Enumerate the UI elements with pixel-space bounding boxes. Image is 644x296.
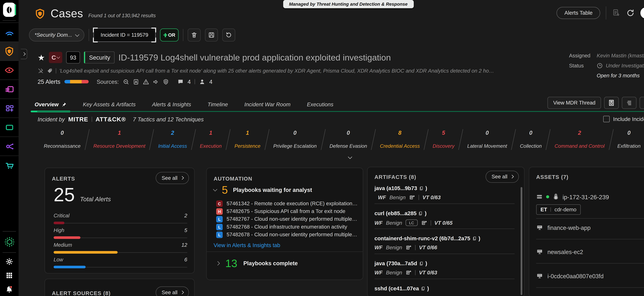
severity-badge[interactable]: C [49,52,62,63]
notifications-button[interactable] [0,282,18,296]
tactic-privilege-escalation[interactable]: 0Privilege Escalation [267,129,323,150]
mitre-summary-row: Incident by MITRE ATT&CK® 7 Tactics and … [38,115,204,124]
tab-war-room[interactable]: Incident War Room [236,98,299,111]
artifact-item[interactable]: curl (eb85...a285) WFBenignLCVT 0/65 [374,210,514,226]
reset-filter-button[interactable] [222,28,236,41]
artifact-item[interactable]: containerd-shim-runc-v2 (6b7d...2a75) WF… [374,236,514,251]
warning-source-icon[interactable] [142,78,149,85]
playbooks-waiting-row[interactable]: 5 Playbooks waiting for analyst [214,184,312,195]
people-count: 4 [209,78,212,85]
sidebar-item-cases[interactable] [0,41,18,60]
alerts-see-all-button[interactable]: See all [156,172,189,184]
list-item[interactable]: L57482767 - Cloud non-user identity perf… [216,215,358,223]
agent-source-icon[interactable] [153,78,159,85]
tab-overview[interactable]: Overview [26,98,75,111]
delete-filter-button[interactable] [188,28,201,41]
divider [88,29,89,41]
tactic-lateral-movement[interactable]: 0Lateral Movement [461,129,513,150]
lc-chip: LC [406,219,418,226]
tactic-initial-access[interactable]: 2Initial Access [152,129,193,150]
playbooks-complete-row[interactable]: 13 Playbooks complete [216,258,298,269]
incident-id-filter-chip[interactable]: Incident ID = 119579 [93,28,156,42]
comment-panel-button[interactable] [640,97,644,109]
tactic-reconnaissance[interactable]: 0Reconnaissance [38,129,87,150]
tag-icon[interactable] [47,68,53,74]
asset-item[interactable]: finance-web-app [536,224,590,231]
list-item[interactable]: C57461342 - Remote code execution (RCE) … [216,200,358,207]
tactic-command-and-control[interactable]: 2Command and Control [548,129,611,150]
alert-sources-see-all-button[interactable]: See all [156,287,189,296]
alerts-table-button[interactable]: Alerts Table [557,7,600,19]
tactic-collection[interactable]: 0Collection [514,129,548,150]
copy-doc-icon[interactable] [418,211,423,216]
view-alerts-insights-link[interactable]: View in Alerts & Insights tab [214,242,280,248]
artifacts-scrollbar[interactable] [520,187,522,295]
tab-key-assets[interactable]: Key Assets & Artifacts [74,98,144,111]
page-header: Cases Found 1 out of 130,942 results [35,7,156,20]
tactic-exfiltration[interactable]: 0Exfiltration [611,129,644,150]
save-filter-button[interactable] [205,28,218,41]
asset-tag-chip[interactable]: ETcdr-demo [536,204,581,215]
include-insights-checkbox[interactable] [603,116,610,122]
tactic-credential-access[interactable]: 8Credential Access [374,129,426,150]
tactic-execution[interactable]: 1Execution [194,129,228,150]
report-share-icon[interactable] [421,220,427,226]
sidebar-item-threat-intel[interactable] [0,60,18,79]
bioc-source-icon[interactable] [133,78,139,85]
shield-source-icon[interactable] [162,78,169,85]
copy-doc-icon[interactable] [419,186,424,191]
add-or-filter-button[interactable]: OR [160,28,179,41]
artifact-item[interactable]: java (a105...9b73) ​WFBenignVT 0/63 [374,185,514,200]
report-share-icon[interactable] [406,245,412,251]
copy-doc-icon[interactable] [421,286,426,291]
artifact-item[interactable]: sshd (ce41...07ea) [374,286,514,292]
tab-timeline[interactable]: Timeline [199,98,236,111]
comment-icon [643,99,644,106]
tactic-persistence[interactable]: 1Persistence [228,129,266,150]
cortex-logo[interactable] [3,2,16,17]
asset-item[interactable]: newsales-ec2 [536,248,583,255]
star-icon[interactable]: ★ [38,53,45,62]
layout-panel-button[interactable] [604,97,619,109]
asset-item-primary[interactable]: ip-172-31-26-239 [536,193,609,201]
tactics-summary: 7 Tactics and 12 Techniques [133,116,204,122]
sidebar-item-marketplace[interactable] [0,156,18,175]
analytics-source-icon[interactable] [123,78,129,85]
sidebar-item-signal[interactable] [0,22,18,41]
app-grid-button[interactable] [0,268,18,282]
collapse-section-chevron[interactable] [348,155,352,159]
asset-item[interactable]: i-0cdce0aa0807e03fd [536,273,604,280]
tactic-defense-evasion[interactable]: 0Defense Evasion [323,129,373,150]
report-share-icon[interactable] [406,270,412,276]
export-report-icon[interactable] [612,9,621,17]
sidebar-item-assets[interactable] [0,98,18,117]
list-item[interactable]: L57482678 - Cloud non-user identity perf… [216,231,358,239]
refresh-icon[interactable] [626,9,635,17]
tab-executions[interactable]: Executions [299,98,342,111]
report-share-icon[interactable] [409,194,415,201]
list-item[interactable]: L57482768 - Cloud infrastructure enumera… [216,223,358,231]
sidebar-item-automation[interactable] [0,137,18,156]
settings-button[interactable] [0,255,18,268]
sidebar-item-reports[interactable] [0,79,18,99]
view-mdr-thread-button[interactable]: View MDR Thread [548,97,601,109]
tactic-resource-development[interactable]: 1Resource Development [87,129,152,150]
copy-doc-icon[interactable] [472,236,477,241]
text-lines-button[interactable] [622,97,636,109]
artifact-item[interactable]: java (730a...7a5d) WFBenignVT 0/63 [374,261,514,276]
sidebar-item-ai[interactable] [0,233,18,251]
people-icon[interactable] [199,78,206,85]
tactic-discovery[interactable]: 5Discovery [426,129,461,150]
domain-filter-pill[interactable]: *Security Dom... [29,28,84,41]
tab-alerts-insights[interactable]: Alerts & Insights [144,98,200,111]
copy-doc-icon[interactable] [419,261,424,266]
comments-icon[interactable] [177,78,184,85]
pin-slash-icon[interactable] [38,68,44,74]
sidebar-item-terminal[interactable] [0,117,18,137]
status-value[interactable]: Under Investigation [597,63,644,69]
artifacts-see-all-button[interactable]: See all [486,171,519,183]
list-item[interactable]: H57482675 - Suspicious API call from a T… [216,207,358,215]
assigned-value[interactable]: Kevin Mastin (kmastin@palo... [597,53,644,59]
expand-panel-handle[interactable] [21,49,27,59]
user-avatar[interactable]: 1 [640,7,644,18]
